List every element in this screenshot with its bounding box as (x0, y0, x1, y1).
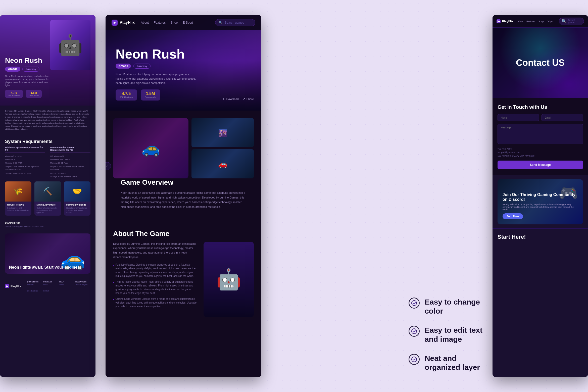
contact-title: Contact US (516, 58, 565, 68)
nav-link-about[interactable]: About (141, 21, 149, 24)
center-hero-actions: ⬇ Download ↗ Share (223, 97, 254, 101)
nav-link-features[interactable]: Features (154, 21, 166, 24)
left-footer: ▶ PlayFlix QUICK LINKS Products Blog & A… (0, 277, 95, 296)
left-tag-group: Arcade Fantasy (5, 67, 55, 72)
nav-link-esport[interactable]: E-Sport (183, 21, 193, 24)
about-desc: Developed by Lumino Games, this thrillin… (113, 242, 198, 259)
left-panel: Neon Rush Arcade Fantasy Neon Rush is an… (0, 15, 95, 377)
left-hero-desc: Neon Rush is an electrifying and adrenal… (5, 75, 55, 87)
about-bullet-3: Cutting-Edge Vehicles: Choose from a ran… (113, 297, 198, 308)
contact-subtitle: Get in Touch with Us (498, 104, 583, 110)
feature-text-2: Easy to edit textand image (425, 326, 482, 344)
feature-text-1: Easy to changecolor (425, 298, 480, 316)
center-search[interactable]: 🔍 Search games (215, 19, 255, 26)
about-image: 🤖 (204, 242, 254, 317)
game-card-harvest[interactable]: 🌾 Harvest Festival Growing crops and gat… (5, 181, 31, 216)
feature-check-3 (409, 354, 420, 365)
nav-link-shop[interactable]: Shop (171, 21, 178, 24)
center-hero-tags: Arcade Fantasy (116, 64, 196, 69)
right-nav-features[interactable]: Features (526, 20, 535, 23)
gallery-side-images: 🌆 🚗 (191, 118, 254, 178)
center-tag-arcade[interactable]: Arcade (116, 64, 131, 69)
games-grid: 🌾 Harvest Festival Growing crops and gat… (0, 178, 95, 219)
right-nav-shop[interactable]: Shop (538, 20, 544, 23)
gallery-main-image (113, 118, 188, 178)
left-logo-icon: ▶ (5, 284, 9, 288)
download-btn[interactable]: ⬇ Download (223, 97, 239, 101)
sysreq-min-items: Windows 7 or higher Intel Core i5 Memory… (5, 155, 45, 175)
left-sysreq-title: System Requirements (0, 135, 95, 146)
right-logo-icon: ▶ (497, 19, 501, 23)
right-search-icon: 🔍 (562, 19, 567, 24)
feature-color: Easy to changecolor (409, 298, 482, 316)
center-nav-logo: ▶ PlayFlix (112, 20, 135, 26)
promo-banner: Neon lights await. Start your engines! (5, 233, 90, 274)
harvest-name: Harvest Festival (7, 204, 29, 206)
download-icon: ⬇ (223, 97, 225, 101)
tag-fantasy[interactable]: Fantasy (22, 67, 39, 72)
name-input[interactable] (498, 114, 539, 121)
center-nav-links: About Features Shop E-Sport (141, 21, 209, 24)
mining-desc: Gather valuable materials for crafting a… (36, 207, 59, 214)
center-downloads-stat: 1.5M Downloads (141, 89, 160, 101)
share-icon: ↗ (243, 97, 245, 101)
discord-section: Join Our Thriving Gaming Community on Di… (498, 179, 583, 224)
starting-fresh-title: Starting Fresh (5, 222, 90, 224)
sysreq-rec-title: Recommended System Requirements for PC (50, 146, 90, 153)
about-bullet-2: Thrilling Race Modes: 'Neon Rush' offers… (113, 280, 198, 295)
feature-text-3: Neat andorganized layer (425, 354, 480, 372)
message-input[interactable] (498, 124, 583, 144)
right-navbar: ▶ PlayFlix About Features Shop E-Sport 🔍… (493, 15, 588, 28)
center-rating-stat: 4.7/5 30K Reviews (116, 89, 137, 101)
gallery-prev-btn[interactable]: ‹ (106, 162, 111, 170)
contact-info: +22-456-7896 support@yoursite.com 123 An… (498, 148, 583, 157)
discord-join-button[interactable]: Join Now (503, 213, 523, 219)
feature-organized: Neat andorganized layer (409, 354, 482, 372)
right-nav-about[interactable]: About (517, 20, 523, 23)
share-btn[interactable]: ↗ Share (243, 97, 254, 101)
bonds-thumb: 🤝 (64, 181, 90, 202)
svg-point-1 (412, 329, 417, 334)
right-contact-hero: Contact US (493, 28, 588, 98)
contact-form: Get in Touch with Us +22-456-7896 suppor… (493, 98, 588, 175)
form-name-email-row (498, 114, 583, 121)
tag-arcade[interactable]: Arcade (5, 67, 20, 72)
starting-fresh-desc: Start by entering your publisher's custo… (5, 225, 90, 227)
harvest-desc: Growing crops and gathering festive ingr… (7, 207, 29, 211)
bonds-desc: Strengthening these bonds is vital for y… (66, 207, 88, 214)
right-bottom-section: Start Here! (493, 228, 588, 248)
left-footer-logo: ▶ PlayFlix (5, 284, 21, 288)
contact-address: 123 Anystreet St, Any City, Any State (498, 155, 583, 157)
left-body-text: Developed by Lumino Games, this thrillin… (0, 106, 95, 135)
center-hero-desc: Neon Rush is an electrifying and adrenal… (116, 72, 196, 85)
about-section: About The Game Developed by Lumino Games… (106, 222, 261, 325)
feature-check-2 (409, 326, 420, 337)
right-search[interactable]: 🔍 Search games (559, 18, 584, 25)
gallery-section: ‹ 🌆 🚗 Game Overview Neon Rush is an elec… (106, 111, 261, 222)
center-panel: ▶ PlayFlix About Features Shop E-Sport 🔍… (106, 15, 261, 377)
bonds-name: Community Bonds (66, 204, 88, 206)
right-nav-esport[interactable]: E-Sport (547, 20, 554, 23)
send-message-button[interactable]: Send Message (498, 161, 583, 169)
center-navbar: ▶ PlayFlix About Features Shop E-Sport 🔍… (106, 15, 261, 30)
game-card-bonds[interactable]: 🤝 Community Bonds Strengthening these bo… (64, 181, 90, 216)
right-bottom-title: Start Here! (498, 234, 583, 240)
starting-fresh-section: Starting Fresh Start by entering your pu… (0, 219, 95, 230)
left-downloads-stat: 1.5M Downloads (26, 90, 42, 98)
left-hero-section: Neon Rush Arcade Fantasy Neon Rush is an… (0, 15, 95, 106)
mining-thumb: ⛏️ (34, 181, 61, 202)
game-card-mining[interactable]: ⛏️ Mining Adventure Gather valuable mate… (34, 181, 61, 216)
discord-title: Join Our Thriving Gaming Community on Di… (503, 192, 578, 202)
promo-text: Neon lights await. Start your engines! (9, 265, 81, 270)
left-rating-stat: 4.7/5 30K Reviews (5, 90, 23, 98)
feature-edit: Easy to edit textand image (409, 326, 482, 344)
footer-links: QUICK LINKS Products Blog & Articles COM… (27, 281, 90, 292)
sysreq-rec-items: OS: Windows 10 Processor: Intel Core i7 … (50, 155, 90, 178)
gallery-side-2: 🚗 (191, 149, 254, 178)
center-tag-fantasy[interactable]: Fantasy (133, 64, 151, 69)
email-input[interactable] (542, 114, 583, 121)
sysreq-min-title: Minimum System Requirements for PC (5, 146, 45, 153)
features-list: Easy to changecolor Easy to edit textand… (409, 298, 482, 372)
svg-point-2 (412, 357, 417, 362)
search-icon: 🔍 (219, 21, 223, 24)
